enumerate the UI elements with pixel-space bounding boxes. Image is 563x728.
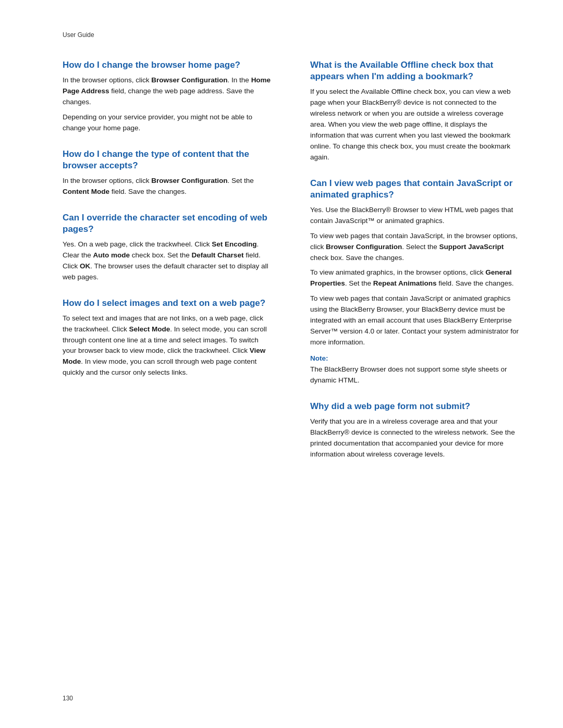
right-column: What is the Available Offline check box …	[305, 59, 521, 475]
section-form-not-submit: Why did a web page form not submit? Veri…	[310, 401, 521, 460]
section-available-offline-p1: If you select the Available Offline chec…	[310, 87, 521, 163]
page: User Guide How do I change the browser h…	[0, 0, 563, 728]
header-label: User Guide	[63, 31, 521, 39]
section-browser-home-p1: In the browser options, click Browser Co…	[63, 75, 274, 108]
section-browser-home-p2: Depending on your service provider, you …	[63, 112, 274, 134]
section-available-offline-heading: What is the Available Offline check box …	[310, 59, 521, 82]
section-javascript-graphics-p3: To view animated graphics, in the browse…	[310, 267, 521, 289]
section-javascript-graphics-p4: To view web pages that contain JavaScrip…	[310, 293, 521, 348]
section-javascript-graphics: Can I view web pages that contain JavaSc…	[310, 178, 521, 386]
section-available-offline: What is the Available Offline check box …	[310, 59, 521, 163]
note-label: Note:	[310, 354, 521, 362]
two-column-layout: How do I change the browser home page? I…	[63, 59, 521, 475]
section-content-type-heading: How do I change the type of content that…	[63, 149, 274, 171]
section-content-type: How do I change the type of content that…	[63, 149, 274, 198]
section-select-images-heading: How do I select images and text on a web…	[63, 298, 274, 309]
section-select-images: How do I select images and text on a web…	[63, 298, 274, 379]
section-javascript-graphics-heading: Can I view web pages that contain JavaSc…	[310, 178, 521, 201]
section-javascript-graphics-p1: Yes. Use the BlackBerry® Browser to view…	[310, 205, 521, 227]
left-column: How do I change the browser home page? I…	[63, 59, 279, 475]
section-character-set-heading: Can I override the character set encodin…	[63, 212, 274, 235]
section-browser-home-heading: How do I change the browser home page?	[63, 59, 274, 71]
section-select-images-p1: To select text and images that are not l…	[63, 313, 274, 379]
note-text: The BlackBerry Browser does not support …	[310, 364, 521, 386]
section-form-not-submit-p1: Verify that you are in a wireless covera…	[310, 416, 521, 460]
page-number: 130	[63, 695, 73, 702]
section-content-type-p1: In the browser options, click Browser Co…	[63, 176, 274, 198]
section-javascript-graphics-p2: To view web pages that contain JavaScrip…	[310, 231, 521, 264]
section-form-not-submit-heading: Why did a web page form not submit?	[310, 401, 521, 412]
section-character-set-p1: Yes. On a web page, click the trackwheel…	[63, 239, 274, 283]
note-block: Note: The BlackBerry Browser does not su…	[310, 354, 521, 386]
section-character-set: Can I override the character set encodin…	[63, 212, 274, 283]
section-browser-home: How do I change the browser home page? I…	[63, 59, 274, 134]
